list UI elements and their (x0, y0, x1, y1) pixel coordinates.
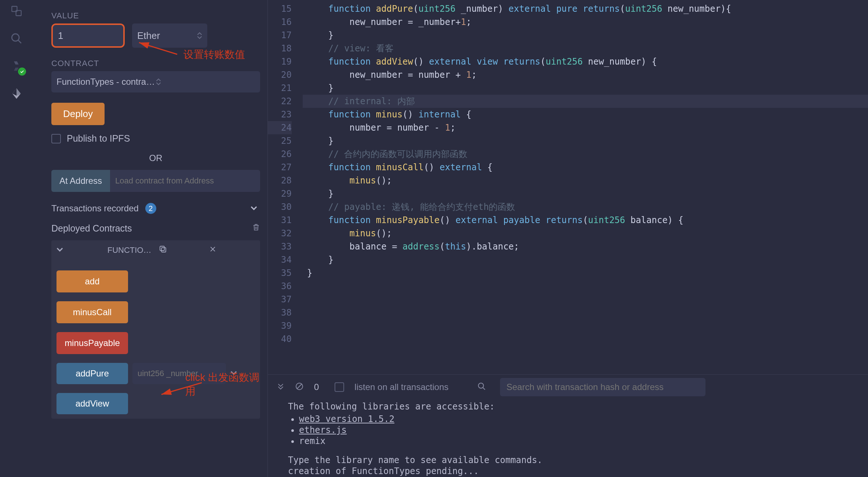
solidity-compiler-icon[interactable] (9, 59, 24, 73)
svg-line-13 (483, 387, 485, 390)
or-label: OR (51, 153, 260, 163)
terminal-lib-link[interactable]: ethers.js (299, 425, 347, 435)
contract-label: CONTRACT (51, 59, 260, 68)
transactions-recorded-label: Transactions recorded (51, 203, 139, 214)
unit-select[interactable]: Ether (132, 23, 207, 48)
fn-addview-button[interactable]: addView (56, 393, 128, 414)
svg-point-12 (478, 383, 484, 388)
publish-ipfs-label: Publish to IPFS (67, 133, 130, 144)
terminal-lib-link[interactable]: web3 version 1.5.2 (299, 414, 394, 424)
svg-line-11 (297, 384, 302, 389)
copy-icon[interactable] (158, 245, 204, 256)
tx-count-badge: 2 (145, 203, 156, 214)
select-chevrons-icon (197, 32, 202, 39)
fn-minuscall-button[interactable]: minusCall (56, 301, 128, 323)
terminal-output[interactable]: The following libraries are accessible: … (268, 400, 868, 477)
code-content[interactable]: function addPure(uint256 _number) extern… (303, 0, 868, 374)
select-chevrons-icon (156, 78, 255, 85)
trash-icon[interactable] (252, 223, 260, 234)
fn-addpure-button[interactable]: addPure (56, 363, 128, 384)
code-editor[interactable]: 1516171819202122232425262728293031323334… (268, 0, 868, 374)
editor-area: 1516171819202122232425262728293031323334… (268, 0, 868, 477)
pending-tx-count: 0 (314, 382, 319, 392)
terminal-panel: 0 listen on all transactions The followi… (268, 374, 868, 477)
listen-all-label: listen on all transactions (354, 382, 448, 392)
search-icon[interactable] (9, 31, 24, 46)
value-label: VALUE (51, 11, 260, 21)
unit-selected-label: Ether (137, 30, 160, 41)
icon-rail (0, 0, 33, 477)
chevron-down-icon (251, 203, 257, 214)
at-address-input[interactable] (110, 170, 260, 192)
fn-add-button[interactable]: add (56, 270, 128, 292)
contract-select[interactable]: FunctionTypes - contracts/Function.so (51, 71, 260, 92)
deploy-run-icon[interactable] (9, 86, 24, 101)
file-explorer-icon[interactable] (9, 4, 24, 18)
svg-point-2 (12, 34, 19, 41)
listen-all-checkbox[interactable] (335, 382, 344, 392)
double-chevron-down-icon[interactable] (277, 382, 285, 392)
search-icon[interactable] (477, 382, 486, 392)
addpure-param-input[interactable] (132, 363, 226, 384)
close-icon[interactable] (209, 245, 255, 255)
svg-rect-5 (161, 248, 166, 252)
transactions-recorded-row[interactable]: Transactions recorded 2 (51, 203, 260, 214)
ban-icon[interactable] (295, 382, 304, 392)
svg-line-3 (18, 40, 21, 43)
chevron-down-icon[interactable] (56, 245, 102, 255)
chevron-down-icon[interactable] (230, 369, 237, 378)
svg-rect-6 (160, 246, 164, 251)
contract-instance-title: FUNCTIONTYPES AT 0XD91...3913 (107, 245, 153, 255)
fn-minuspayable-button[interactable]: minusPayable (56, 332, 128, 354)
status-success-badge (18, 68, 26, 76)
value-input[interactable] (51, 23, 125, 48)
deploy-button[interactable]: Deploy (51, 103, 105, 125)
line-gutter: 1516171819202122232425262728293031323334… (268, 0, 303, 374)
terminal-line: The following libraries are accessible: (288, 401, 848, 412)
deploy-panel: VALUE Ether 设置转账数值 CONTRACT Funct (33, 0, 268, 477)
terminal-lib: remix (299, 436, 848, 447)
contract-selected-label: FunctionTypes - contracts/Function.so (56, 77, 156, 87)
publish-ipfs-checkbox[interactable] (51, 134, 61, 143)
deployed-contract-card: FUNCTIONTYPES AT 0XD91...3913 add minusC… (51, 240, 260, 419)
terminal-toolbar: 0 listen on all transactions (268, 375, 868, 400)
terminal-line: creation of FunctionTypes pending... (288, 466, 848, 477)
deployed-contracts-label: Deployed Contracts (51, 223, 132, 234)
terminal-search-input[interactable] (500, 378, 705, 396)
terminal-line: Type the library name to see available c… (288, 455, 848, 466)
at-address-button[interactable]: At Address (51, 170, 110, 192)
